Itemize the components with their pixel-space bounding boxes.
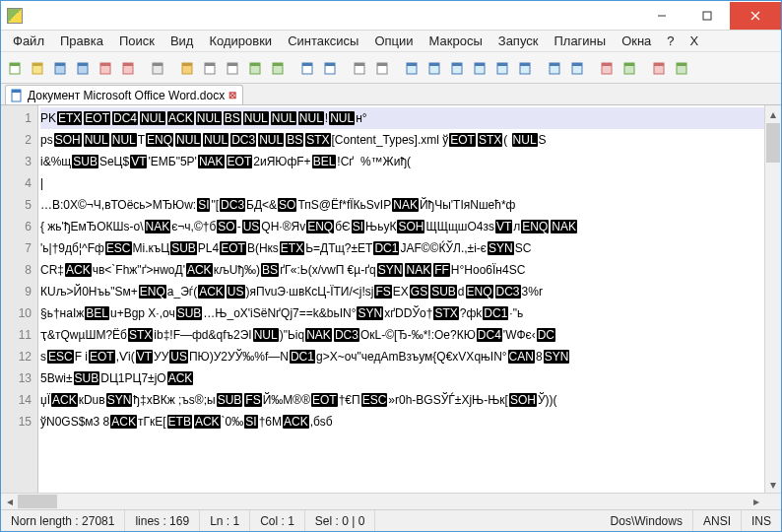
open-file-button[interactable] bbox=[28, 57, 49, 79]
code-line[interactable]: і&%щSUBSeЦ$VT'ЕМБ"5Р'NAKEOT2иЯЮфF+BEL!Сґ… bbox=[40, 151, 764, 172]
menu-5[interactable]: Синтаксисы bbox=[280, 32, 366, 50]
tab-close-icon[interactable]: ⊠ bbox=[228, 91, 238, 100]
paste-button[interactable] bbox=[223, 57, 244, 79]
menu-7[interactable]: Макросы bbox=[422, 32, 490, 50]
code-line[interactable]: psSOHNULNULTENQNULNULDC3NULBSSTX[Content… bbox=[40, 129, 764, 151]
line-number: 2 bbox=[3, 129, 32, 151]
menu-11[interactable]: ? bbox=[659, 32, 682, 50]
control-char: EOT bbox=[449, 133, 476, 147]
save-button[interactable] bbox=[50, 57, 72, 79]
play-macro-button[interactable] bbox=[672, 57, 693, 79]
code-line[interactable]: ҭ&тQwµШМ?ЁбSTXіb‡!F—фd&qfъ2ЭІNUL)"ЬiqNAK… bbox=[40, 324, 764, 346]
svg-rect-29 bbox=[302, 63, 312, 66]
line-number: 10 bbox=[3, 302, 32, 324]
menu-9[interactable]: Плагины bbox=[546, 32, 614, 50]
replace-button[interactable] bbox=[320, 57, 342, 79]
code-line[interactable]: ўN0GS$м3 8ACKтГкЕ[ETBACK`0‰SI†6MACK,бsб bbox=[40, 411, 764, 432]
titlebar[interactable] bbox=[1, 1, 781, 31]
control-char: SOH bbox=[54, 133, 82, 147]
undo-button[interactable] bbox=[245, 57, 267, 79]
code-line[interactable]: џЇACKкDuвSYNђ‡хВКж ;ъs®;ыSUBFSЙ‰M®®EOT†€… bbox=[40, 389, 764, 411]
menu-12[interactable]: X bbox=[683, 32, 707, 50]
svg-rect-15 bbox=[123, 63, 133, 66]
show-all-button[interactable] bbox=[447, 57, 469, 79]
horizontal-scrollbar[interactable]: ◂ ▸ bbox=[1, 493, 781, 509]
close-button[interactable] bbox=[730, 2, 781, 30]
word-wrap-button[interactable] bbox=[424, 57, 446, 79]
control-char: ENQ bbox=[306, 220, 334, 233]
bookmark-button[interactable] bbox=[545, 57, 566, 79]
fold-button[interactable] bbox=[492, 57, 514, 79]
line-number: 7 bbox=[3, 237, 32, 259]
stop-button[interactable] bbox=[619, 57, 641, 79]
menu-1[interactable]: Правка bbox=[52, 32, 111, 50]
record-button[interactable] bbox=[567, 57, 589, 79]
menu-10[interactable]: Окна bbox=[614, 32, 659, 50]
zoom-in-button[interactable] bbox=[350, 57, 371, 79]
control-char: NUL bbox=[196, 111, 222, 125]
code-line[interactable]: …В:0Х©¬Ч,вТОёсь>МЂЮw:SI"[DC3БД<&SOТпЅ@Ёf… bbox=[40, 194, 764, 216]
code-line[interactable]: §ь†наІжBELu+Вgр Х·,очSUB…Њ_оХ'іЅёNґQј7==… bbox=[40, 302, 764, 324]
menu-2[interactable]: Поиск bbox=[111, 32, 163, 50]
code-line[interactable]: 'ь|†9дб¦^FфESCМі.къЦSUBPL4EOTB(НкsETXЬ=Д… bbox=[40, 237, 764, 259]
minimize-button[interactable] bbox=[639, 2, 684, 30]
control-char: BS bbox=[261, 263, 279, 277]
print-button[interactable] bbox=[148, 57, 169, 79]
control-char: VT bbox=[495, 220, 512, 233]
control-char: NUL bbox=[271, 111, 296, 125]
menu-3[interactable]: Вид bbox=[163, 32, 202, 50]
control-char: SYN bbox=[106, 393, 133, 407]
control-char: ACK bbox=[167, 111, 194, 125]
hscroll-thumb[interactable] bbox=[18, 495, 57, 508]
find-button[interactable] bbox=[297, 57, 319, 79]
close-button[interactable] bbox=[96, 57, 117, 79]
scrollbar-corner bbox=[764, 494, 781, 509]
menu-6[interactable]: Опции bbox=[366, 32, 421, 50]
status-ln: Ln : 1 bbox=[200, 510, 250, 531]
code-line[interactable]: sESCF іEOT,Ѵі(VTУУUSПЮ)У2УЎ‰%f—NDC1g>Х~o… bbox=[40, 346, 764, 367]
svg-rect-19 bbox=[182, 63, 192, 66]
close-all-button[interactable] bbox=[118, 57, 140, 79]
document-tab[interactable]: Документ Microsoft Office Word.docx ⊠ bbox=[5, 85, 243, 104]
code-line[interactable]: { жь'ђЕмЂОКШs-о\NAKє¬ч,©†бSO-USQH·®ЯvENQ… bbox=[40, 216, 764, 237]
code-line[interactable]: КUљ>Й0Нъь"Sм+ENQа_Эѓ(ACKUS)яПvuЭ∙швКсЦ-Ї… bbox=[40, 281, 764, 302]
menu-4[interactable]: Кодировки bbox=[201, 32, 280, 50]
record-macro-button[interactable] bbox=[649, 57, 671, 79]
code-line[interactable]: 5Bwі±SUBDЦ1РЦ7±јОACK bbox=[40, 367, 764, 389]
maximize-button[interactable] bbox=[684, 2, 730, 30]
control-char: FS bbox=[244, 393, 261, 407]
indent-guide-button[interactable] bbox=[470, 57, 491, 79]
scroll-left-icon[interactable]: ◂ bbox=[1, 494, 18, 509]
menu-0[interactable]: Файл bbox=[5, 32, 52, 50]
redo-button[interactable] bbox=[268, 57, 290, 79]
scroll-up-icon[interactable]: ▴ bbox=[765, 105, 781, 122]
vscroll-thumb[interactable] bbox=[766, 123, 780, 163]
control-char: DC3 bbox=[230, 133, 256, 147]
save-all-button[interactable] bbox=[73, 57, 95, 79]
scroll-down-icon[interactable]: ▾ bbox=[765, 476, 781, 493]
new-file-button[interactable] bbox=[5, 57, 27, 79]
control-char: NAK bbox=[405, 263, 431, 277]
svg-rect-7 bbox=[33, 63, 42, 66]
copy-button[interactable] bbox=[200, 57, 222, 79]
menubar: ФайлПравкаПоискВидКодировкиСинтаксисыОпц… bbox=[1, 31, 781, 52]
code-view[interactable]: PKETXEOTDC4NULACKNULBSNULNULNUL!NULн°psS… bbox=[38, 105, 764, 493]
svg-rect-41 bbox=[452, 63, 462, 66]
code-line[interactable]: | bbox=[40, 172, 764, 194]
scroll-right-icon[interactable]: ▸ bbox=[748, 494, 764, 509]
control-char: US bbox=[169, 350, 188, 364]
code-line[interactable]: СR‡ACKчв<`Fhж"ґ>нwоД'ACKкљUђ‰)BSґГ«:Ь(х/… bbox=[40, 259, 764, 281]
sync-button[interactable] bbox=[402, 57, 424, 79]
menu-8[interactable]: Запуск bbox=[490, 32, 547, 50]
unfold-button[interactable] bbox=[515, 57, 537, 79]
vertical-scrollbar[interactable]: ▴ ▾ bbox=[764, 105, 781, 493]
control-char: NUL bbox=[243, 111, 269, 125]
cut-button[interactable] bbox=[177, 57, 199, 79]
line-number: 8 bbox=[3, 259, 32, 281]
code-line[interactable]: PKETXEOTDC4NULACKNULBSNULNULNUL!NULн° bbox=[40, 107, 764, 129]
play-button[interactable] bbox=[597, 57, 619, 79]
zoom-out-button[interactable] bbox=[372, 57, 394, 79]
control-char: SYN bbox=[357, 306, 383, 320]
control-char: GS bbox=[410, 285, 428, 299]
line-number: 4 bbox=[3, 172, 32, 194]
